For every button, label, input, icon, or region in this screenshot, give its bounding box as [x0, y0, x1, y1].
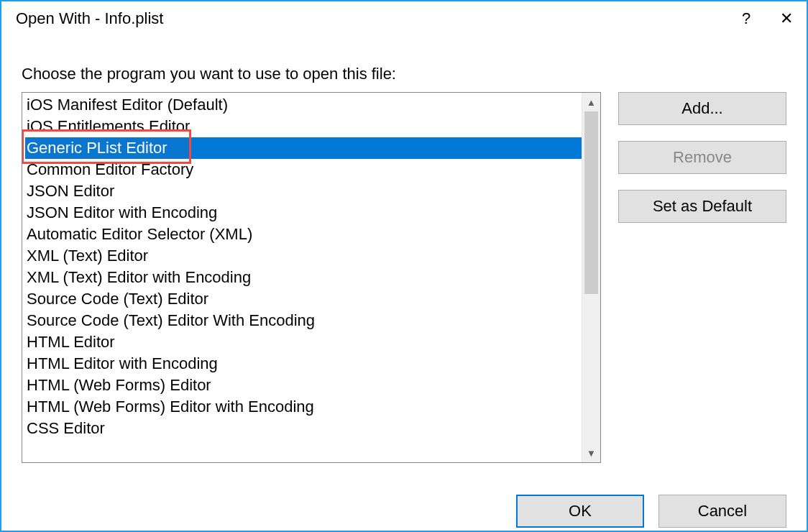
program-list[interactable]: iOS Manifest Editor (Default)iOS Entitle…: [22, 93, 582, 462]
scroll-up-arrow-icon[interactable]: ▲: [582, 93, 600, 111]
list-item[interactable]: Source Code (Text) Editor With Encoding: [25, 310, 582, 331]
content-area: Choose the program you want to use to op…: [1, 36, 807, 477]
set-default-button[interactable]: Set as Default: [618, 190, 786, 223]
list-item[interactable]: JSON Editor: [25, 180, 582, 202]
list-item[interactable]: Generic PList Editor: [25, 137, 582, 159]
list-item[interactable]: HTML Editor with Encoding: [25, 353, 582, 375]
list-item[interactable]: XML (Text) Editor: [25, 245, 582, 267]
ok-button[interactable]: OK: [516, 495, 644, 528]
add-button[interactable]: Add...: [618, 92, 786, 125]
list-item[interactable]: XML (Text) Editor with Encoding: [25, 267, 582, 288]
scroll-thumb[interactable]: [584, 111, 598, 294]
program-list-container: iOS Manifest Editor (Default)iOS Entitle…: [22, 92, 601, 463]
cancel-button[interactable]: Cancel: [658, 495, 786, 528]
instruction-label: Choose the program you want to use to op…: [22, 65, 786, 83]
scroll-down-arrow-icon[interactable]: ▼: [582, 444, 600, 462]
list-item[interactable]: iOS Manifest Editor (Default): [25, 94, 582, 116]
list-item[interactable]: HTML (Web Forms) Editor with Encoding: [25, 396, 582, 418]
scrollbar[interactable]: ▲ ▼: [582, 93, 600, 462]
list-item[interactable]: JSON Editor with Encoding: [25, 202, 582, 224]
scroll-track[interactable]: [582, 111, 600, 444]
list-item[interactable]: HTML Editor: [25, 331, 582, 353]
body-row: iOS Manifest Editor (Default)iOS Entitle…: [22, 92, 786, 463]
list-item[interactable]: CSS Editor: [25, 418, 582, 439]
window-title: Open With - Info.plist: [16, 9, 726, 28]
open-with-dialog: Open With - Info.plist ? ✕ Choose the pr…: [0, 0, 808, 532]
close-button[interactable]: ✕: [766, 1, 807, 36]
list-item[interactable]: HTML (Web Forms) Editor: [25, 375, 582, 396]
list-item[interactable]: Automatic Editor Selector (XML): [25, 224, 582, 245]
help-button[interactable]: ?: [726, 1, 766, 36]
list-item[interactable]: iOS Entitlements Editor: [25, 116, 582, 137]
list-item[interactable]: Common Editor Factory: [25, 159, 582, 180]
dialog-footer: OK Cancel: [1, 477, 807, 532]
remove-button[interactable]: Remove: [618, 141, 786, 174]
titlebar: Open With - Info.plist ? ✕: [1, 1, 807, 36]
list-item[interactable]: Source Code (Text) Editor: [25, 288, 582, 310]
side-button-column: Add... Remove Set as Default: [618, 92, 786, 223]
